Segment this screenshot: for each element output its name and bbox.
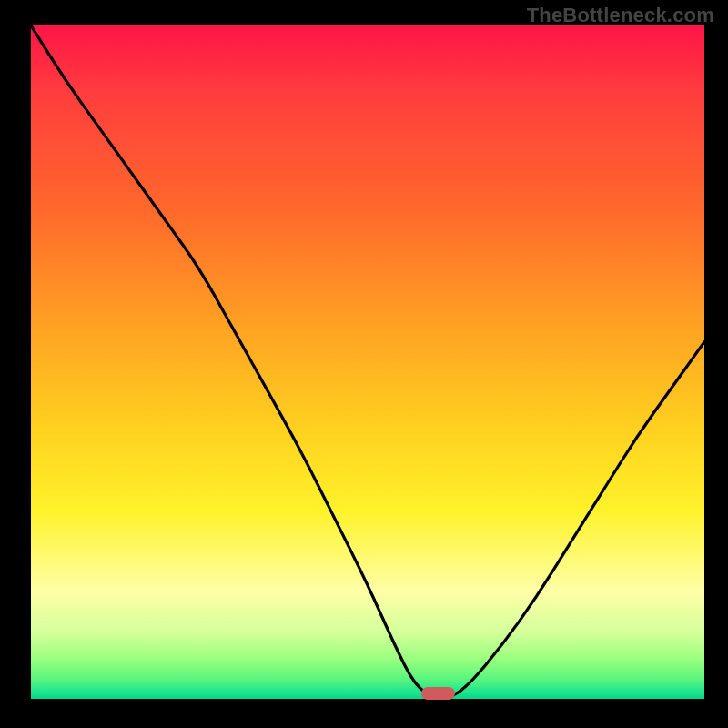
plot-area [31,25,704,699]
chart-frame: TheBottleneck.com [0,0,728,728]
watermark-text: TheBottleneck.com [527,4,714,27]
bottleneck-curve [31,25,704,699]
optimum-marker [421,687,455,700]
